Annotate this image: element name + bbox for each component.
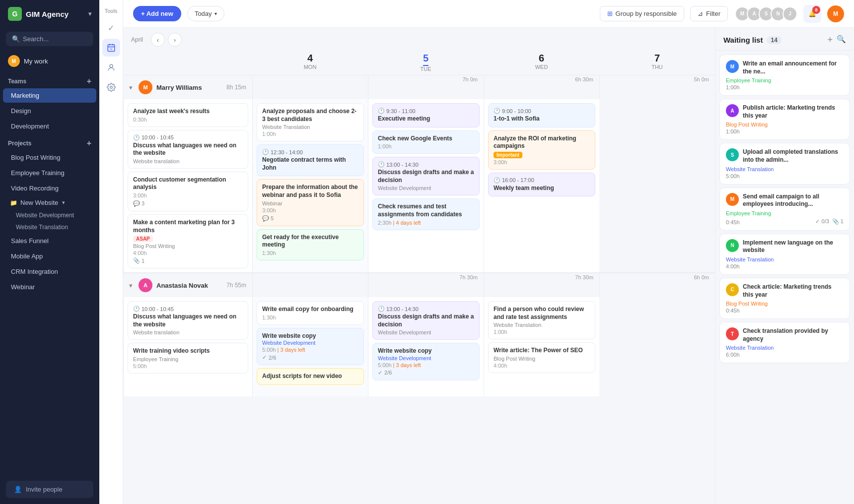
task-card[interactable]: Adjust scripts for new video: [257, 368, 364, 385]
task-card[interactable]: 🕐 13:00 - 14:30 Discuss design drafts an…: [372, 157, 480, 195]
my-work-item[interactable]: M My work: [0, 50, 99, 72]
task-card[interactable]: Write email copy for onboarding 1:30h: [257, 301, 364, 325]
user-avatar[interactable]: M: [827, 5, 844, 22]
logo-icon: G: [8, 7, 22, 21]
sales-funnel-label: Sales Funnel: [11, 237, 49, 245]
waiting-search-button[interactable]: 🔍: [837, 35, 846, 45]
add-new-label: + Add new: [141, 10, 173, 17]
group-by-icon: ⊞: [607, 10, 613, 17]
add-team-button[interactable]: +: [87, 77, 91, 86]
prev-week-button[interactable]: ‹: [151, 33, 165, 47]
anastasia-mon-hours: [252, 273, 368, 297]
wi-duration-6: 0:45h: [726, 308, 844, 314]
marry-mon-hours: [252, 75, 368, 99]
logo-chevron[interactable]: ▾: [88, 10, 91, 17]
crm-label: CRM Integration: [11, 268, 58, 275]
sidebar-item-crm[interactable]: CRM Integration: [3, 264, 96, 279]
user-avatars[interactable]: M A S N J: [738, 6, 797, 21]
task-card[interactable]: Analyze the ROI of marketing campaigns I…: [488, 130, 595, 170]
settings-icon[interactable]: [102, 78, 120, 96]
task-card[interactable]: 🕐 9:00 - 10:00 1-to-1 with Sofia: [488, 103, 595, 127]
projects-section-header: Projects +: [0, 134, 99, 150]
task-card[interactable]: 🕐 9:30 - 11:00 Executive meeting: [372, 103, 480, 127]
icon-toolbar: Tools ✓ 31: [99, 0, 123, 504]
filter-button[interactable]: ⊿ Filter: [690, 6, 728, 21]
next-week-button[interactable]: ›: [168, 33, 182, 47]
blog-post-label: Blog Post Writing: [11, 154, 60, 161]
check-icon[interactable]: ✓: [102, 19, 120, 37]
person-icon[interactable]: [102, 59, 120, 76]
sidebar-item-blog-post[interactable]: Blog Post Writing: [3, 150, 96, 165]
task-card[interactable]: Check new Google Events 1:00h: [372, 130, 480, 154]
wi-avatar-4: M: [726, 193, 739, 206]
waiting-item-7[interactable]: T Check translation provided by agency W…: [719, 322, 850, 363]
sidebar-item-website-development[interactable]: Website Development: [0, 209, 99, 221]
waiting-item-6[interactable]: C Check article: Marketing trends this y…: [719, 278, 850, 319]
invite-people-button[interactable]: 👤 Invite people: [6, 481, 93, 498]
expand-icon[interactable]: ▾: [62, 199, 65, 206]
task-card[interactable]: Write website copy Website Development 5…: [257, 328, 364, 366]
today-chevron-icon: ▾: [214, 11, 217, 16]
app-logo[interactable]: G GIM Agency ▾: [0, 0, 99, 28]
waiting-list-header: Waiting list 14 + 🔍: [715, 28, 854, 51]
sidebar-item-development[interactable]: Development: [3, 119, 96, 133]
notifications-button[interactable]: 🔔 8: [803, 5, 821, 23]
sidebar-item-employee-training[interactable]: Employee Training: [3, 166, 96, 180]
search-icon: 🔍: [12, 35, 20, 43]
task-card[interactable]: Find a person who could review and rate …: [488, 301, 595, 339]
waiting-item-4[interactable]: M Send email campaign to all employees i…: [719, 188, 850, 231]
sidebar-item-website-translation[interactable]: Website Translation: [0, 221, 99, 233]
task-card[interactable]: Write training video scripts Employee Tr…: [128, 343, 248, 374]
marry-hours: 8h 15m: [226, 84, 246, 91]
task-card[interactable]: 🕐 16:00 - 17:00 Weekly team meeting: [488, 173, 595, 197]
marry-collapse-button[interactable]: ▾: [129, 84, 133, 91]
task-card[interactable]: Write article: The Power of SEO Blog Pos…: [488, 342, 595, 373]
group-by-button[interactable]: ⊞ Group by responsible: [600, 6, 685, 21]
task-card[interactable]: Prepare the information about the webina…: [257, 179, 364, 226]
task-card[interactable]: Write website copy Website Development 5…: [372, 343, 480, 380]
person-row-marry: ▾ M Marry Williams 8h 15m 7h 0m 6h 30m 5…: [123, 75, 715, 272]
sidebar-item-video-recording[interactable]: Video Recording: [3, 181, 96, 195]
wi-avatar-2: A: [726, 104, 739, 117]
add-new-button[interactable]: + Add new: [133, 6, 181, 21]
sidebar-item-marketing[interactable]: Marketing: [3, 88, 96, 103]
sidebar-item-design[interactable]: Design: [3, 104, 96, 118]
task-card[interactable]: 🕐 10:00 - 10:45 Discuss what languages w…: [128, 130, 248, 169]
anastasia-collapse-button[interactable]: ▾: [129, 282, 133, 289]
sidebar-item-sales-funnel[interactable]: Sales Funnel: [3, 234, 96, 248]
wi-project-7: Website Translation: [726, 345, 844, 351]
waiting-list-items: M Write an email announcement for the ne…: [715, 51, 854, 367]
waiting-add-button[interactable]: +: [827, 35, 833, 45]
marketing-label: Marketing: [11, 92, 39, 99]
task-card[interactable]: Make a content marketing plan for 3 mont…: [128, 214, 248, 268]
task-card[interactable]: Check resumes and test assignments from …: [372, 198, 480, 230]
waiting-item-1[interactable]: M Write an email announcement for the ne…: [719, 55, 850, 96]
task-card[interactable]: 🕐 10:00 - 10:45 Discuss what languages w…: [128, 301, 248, 340]
task-card[interactable]: 🕐 13:00 - 14:30 Discuss design drafts an…: [372, 301, 480, 340]
person-col-header: [123, 50, 252, 75]
add-project-button[interactable]: +: [87, 139, 91, 148]
waiting-item-2[interactable]: A Publish article: Marketing trends this…: [719, 99, 850, 140]
task-card[interactable]: Analyze last week's results 0:30h: [128, 103, 248, 127]
task-card[interactable]: 🕐 12:30 - 14:00 Negotiate contract terms…: [257, 144, 364, 176]
sidebar-item-new-website[interactable]: 📁 New Website ▾: [0, 196, 99, 209]
wi-duration-7: 6:00h: [726, 352, 844, 358]
waiting-item-3[interactable]: S Upload all completed translations into…: [719, 143, 850, 184]
sidebar-item-webinar[interactable]: Webinar: [3, 280, 96, 294]
task-card[interactable]: Analyze proposals and choose 2-3 best ca…: [257, 103, 364, 141]
my-work-avatar: M: [8, 55, 20, 67]
teams-section-header: Teams +: [0, 72, 99, 88]
task-card[interactable]: Conduct customer segmentation analysis 3…: [128, 172, 248, 211]
calendar-icon[interactable]: 31: [102, 39, 120, 57]
marry-tue-hours: 7h 0m: [368, 75, 484, 99]
search-box[interactable]: 🔍 Search...: [6, 32, 93, 46]
wi-project-3: Website Translation: [726, 166, 844, 172]
today-button[interactable]: Today ▾: [187, 6, 224, 21]
sidebar-item-mobile-app[interactable]: Mobile App: [3, 249, 96, 263]
marry-wed-col: 🕐 9:30 - 11:00 Executive meeting Check n…: [368, 99, 484, 272]
avatar-5[interactable]: J: [783, 6, 797, 21]
waiting-item-5[interactable]: N Implement new language on the website …: [719, 234, 850, 275]
wi-avatar-7: T: [726, 327, 739, 340]
task-card[interactable]: Get ready for the executive meeting 1:30…: [257, 229, 364, 260]
waiting-list-panel: Waiting list 14 + 🔍 M Write an email ann…: [715, 28, 854, 504]
